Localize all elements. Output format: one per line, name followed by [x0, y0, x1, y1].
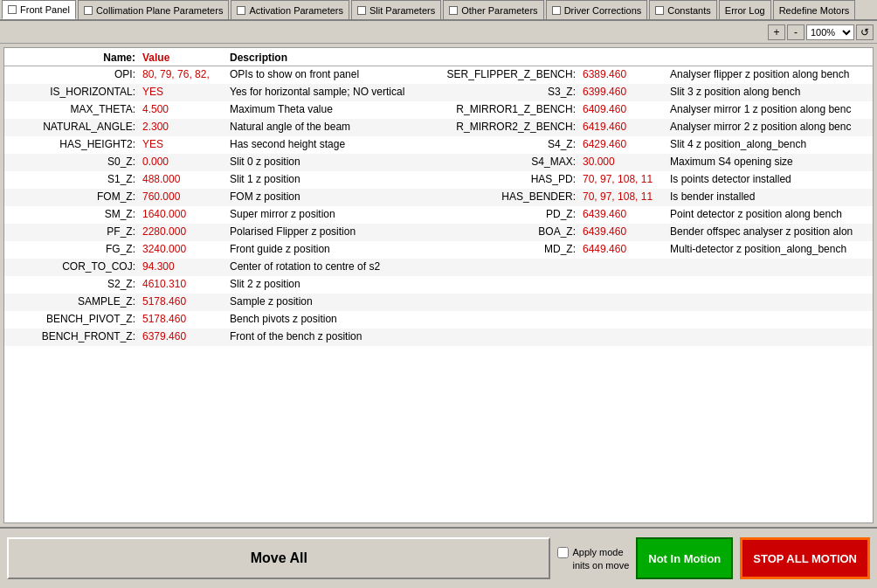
table-row: NATURAL_ANGLE: 2.300 Natural angle of th… [4, 119, 873, 136]
table-row: MAX_THETA: 4.500 Maximum Theta value R_M… [4, 101, 873, 119]
param-value: 94.300 [142, 260, 230, 274]
stop-all-motion-button[interactable]: STOP ALL MOTION [740, 537, 870, 579]
param-value: 1640.000 [142, 208, 230, 222]
refresh-button[interactable]: ↺ [856, 24, 874, 40]
tab-front-panel[interactable]: Front Panel [2, 0, 76, 19]
tab-bar: Front Panel Collimation Plane Parameters… [0, 0, 877, 21]
table-row: OPI: 80, 79, 76, 82, OPIs to show on fro… [4, 66, 873, 84]
param-value: YES [142, 138, 230, 152]
param-name2 [425, 260, 583, 274]
param-name: SM_Z: [11, 208, 142, 222]
tab-other[interactable]: Other Parameters [443, 0, 543, 19]
table-row: PF_Z: 2280.000 Polarised Flipper z posit… [4, 224, 873, 241]
zoom-out-button[interactable]: - [787, 24, 804, 40]
table-body: OPI: 80, 79, 76, 82, OPIs to show on fro… [4, 66, 873, 346]
param-name2: R_MIRROR1_Z_BENCH: [425, 103, 583, 117]
param-name2: PD_Z: [425, 208, 583, 222]
table-row: BENCH_PIVOT_Z: 5178.460 Bench pivots z p… [4, 311, 873, 329]
param-desc2: Slit 4 z position_along_bench [670, 138, 866, 152]
param-name: FG_Z: [11, 243, 142, 257]
col-header-desc2 [670, 52, 866, 64]
param-value: 760.000 [142, 190, 230, 204]
tab-icon-other [449, 6, 458, 15]
param-name2: HAS_PD: [425, 173, 583, 187]
param-desc2 [670, 330, 866, 344]
param-value2: 70, 97, 108, 11 [583, 190, 670, 204]
bottom-bar: Move All Apply mode inits on move Not In… [0, 527, 877, 588]
param-name: MAX_THETA: [11, 103, 142, 117]
param-desc: Yes for horizontal sample; NO vertical [230, 86, 425, 100]
apply-mode-checkbox[interactable] [557, 547, 569, 558]
zoom-in-button[interactable]: + [768, 24, 785, 40]
param-desc: FOM z position [230, 190, 425, 204]
param-desc2: Analyser mirror 1 z position along benc [670, 103, 866, 117]
tab-constants[interactable]: Constants [649, 0, 717, 19]
inits-on-move-label: inits on move [572, 560, 629, 571]
param-value2: 30.000 [583, 156, 670, 169]
param-value2: 6429.460 [583, 138, 670, 152]
param-desc: Super mirror z position [230, 208, 425, 222]
param-name2: SER_FLIPPER_Z_BENCH: [425, 68, 583, 82]
param-value2 [583, 295, 670, 309]
param-value: 5178.460 [142, 295, 230, 309]
param-name: PF_Z: [11, 225, 142, 239]
tab-icon-front-panel [8, 5, 17, 14]
table-row: IS_HORIZONTAL: YES Yes for horizontal sa… [4, 84, 873, 101]
param-name2: R_MIRROR2_Z_BENCH: [425, 121, 583, 135]
toolbar: + - 100% 75% 125% 150% ↺ [0, 21, 877, 44]
param-desc: Slit 0 z position [230, 156, 425, 169]
param-desc2 [670, 260, 866, 274]
param-desc: Front of the bench z position [230, 330, 425, 344]
col-header-name2 [425, 52, 583, 64]
param-desc: Has second height stage [230, 138, 425, 152]
table-row: FG_Z: 3240.000 Front guide z position MD… [4, 241, 873, 259]
table-row: S2_Z: 4610.310 Slit 2 z position [4, 276, 873, 294]
param-value: 0.000 [142, 156, 230, 169]
main-content: Name: Value Description OPI: 80, 79, 76,… [3, 47, 874, 523]
zoom-select[interactable]: 100% 75% 125% 150% [806, 24, 854, 40]
param-value: 4610.310 [142, 278, 230, 292]
param-value2 [583, 313, 670, 327]
param-value2 [583, 278, 670, 292]
param-desc: Polarised Flipper z position [230, 225, 425, 239]
param-value: 3240.000 [142, 243, 230, 257]
table-row: S0_Z: 0.000 Slit 0 z position S4_MAX: 30… [4, 154, 873, 171]
param-value2: 6389.460 [583, 68, 670, 82]
col-header-value2 [583, 52, 670, 64]
table-row: FOM_Z: 760.000 FOM z position HAS_BENDER… [4, 189, 873, 206]
not-in-motion-button[interactable]: Not In Motion [636, 537, 733, 579]
param-name: S0_Z: [11, 156, 142, 169]
table-row: BENCH_FRONT_Z: 6379.460 Front of the ben… [4, 329, 873, 346]
param-value: 488.000 [142, 173, 230, 187]
param-desc2 [670, 278, 866, 292]
tab-icon-driver [552, 6, 561, 15]
move-all-button[interactable]: Move All [7, 537, 550, 579]
param-desc2: Maximum S4 opening size [670, 156, 866, 169]
param-desc2: Analyser flipper z position along bench [670, 68, 866, 82]
param-desc2: Slit 3 z position along bench [670, 86, 866, 100]
tab-icon-constants [655, 6, 664, 15]
param-desc: Sample z position [230, 295, 425, 309]
apply-mode-label: Apply mode [572, 547, 623, 557]
tab-error-log[interactable]: Error Log [719, 0, 771, 19]
tab-driver[interactable]: Driver Corrections [546, 0, 648, 19]
param-desc: OPIs to show on front panel [230, 68, 425, 82]
param-desc: Slit 2 z position [230, 278, 425, 292]
param-desc: Bench pivots z position [230, 313, 425, 327]
param-name: HAS_HEIGHT2: [11, 138, 142, 152]
param-name: SAMPLE_Z: [11, 295, 142, 309]
tab-activation[interactable]: Activation Parameters [231, 0, 349, 19]
param-name: IS_HORIZONTAL: [11, 86, 142, 100]
tab-slit[interactable]: Slit Parameters [351, 0, 441, 19]
tab-redefine-motors[interactable]: Redefine Motors [773, 0, 856, 19]
param-name: S2_Z: [11, 278, 142, 292]
param-name2: MD_Z: [425, 243, 583, 257]
tab-icon-collimation [84, 6, 93, 15]
param-value2: 6439.460 [583, 225, 670, 239]
param-name2 [425, 313, 583, 327]
param-desc2: Point detector z position along bench [670, 208, 866, 222]
param-name: BENCH_FRONT_Z: [11, 330, 142, 344]
tab-collimation[interactable]: Collimation Plane Parameters [78, 0, 230, 19]
col-header-desc: Description [230, 52, 425, 64]
param-value2: 6409.460 [583, 103, 670, 117]
